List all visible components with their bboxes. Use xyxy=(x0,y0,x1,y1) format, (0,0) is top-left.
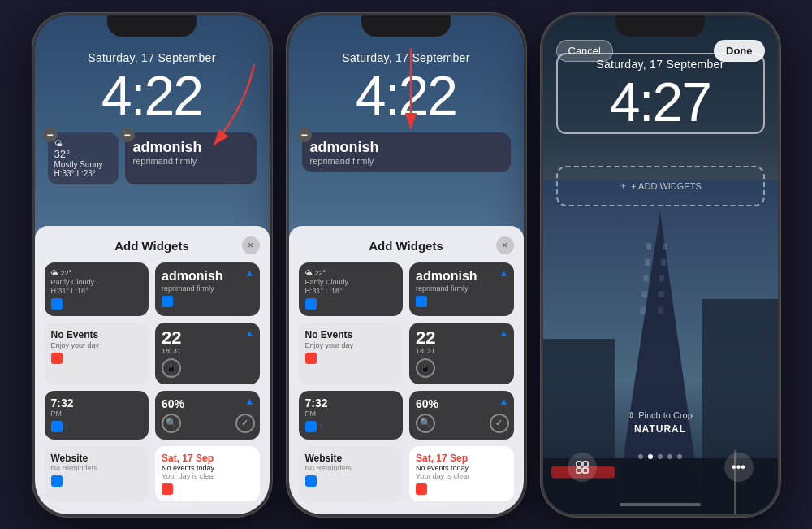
add-widgets-area-3[interactable]: ＋ + ADD WIDGETS xyxy=(556,166,765,206)
panel-time-card-2[interactable]: 7:32 PM ↑ xyxy=(299,391,404,440)
up-arrow-icon-1: ↑ xyxy=(65,422,69,431)
panel-numbers-card-2[interactable]: ▲ 22 18 31 📱 xyxy=(409,323,514,384)
chev-up-pct-2: ▲ xyxy=(499,396,509,407)
panel-title-1: Add Widgets xyxy=(114,239,189,253)
panel-events-card-1[interactable]: No Events Enjoy your day xyxy=(45,323,149,384)
admonish-title-1: admonish xyxy=(133,139,248,156)
gallery-icon-3[interactable] xyxy=(568,453,597,482)
minus-btn-admonish-2[interactable]: − xyxy=(297,128,312,142)
pinch-text-3: Pinch to Crop xyxy=(638,410,693,420)
panel-events-card-2[interactable]: No Events Enjoy your day xyxy=(299,323,404,384)
panel-website-card-1[interactable]: Website No Reminders xyxy=(45,446,149,501)
chev-up-icon-num-1: ▲ xyxy=(245,327,255,339)
lock-date-2: Saturday, 17 September xyxy=(289,51,524,64)
panel-weather-card-1[interactable]: 🌥 22° Partly Cloudy H:31° L:18° xyxy=(45,262,149,316)
widget-grid-2: 🌥 22° Partly Cloudy H:31° L:18° ▲ admoni… xyxy=(299,262,514,501)
bottom-toolbar-3: ••• xyxy=(543,453,778,482)
panel-close-btn-2[interactable]: × xyxy=(496,236,514,254)
cal-date-2: Sat, 17 Sep xyxy=(416,453,508,464)
notch-1 xyxy=(107,15,197,37)
panel-weather-card-2[interactable]: 🌥 22° Partly Cloudy H:31° L:18° xyxy=(299,262,404,316)
minus-btn-weather-1[interactable]: − xyxy=(43,128,58,142)
lock-time-2: 4:22 xyxy=(289,67,524,123)
svg-rect-36 xyxy=(583,462,588,466)
date-time-box-3[interactable]: Saturday, 17 September 4:27 xyxy=(556,53,765,134)
panel-weather-icons-2 xyxy=(305,298,397,310)
panel-pct-card-2[interactable]: ▲ 60% 🔍 ✓ xyxy=(409,391,514,440)
panel-header-2: Add Widgets × xyxy=(299,239,514,253)
done-button-3[interactable]: Done xyxy=(714,40,765,62)
panel-website-card-2[interactable]: Website No Reminders xyxy=(299,446,404,501)
panel-admonish-icons-2 xyxy=(416,296,508,307)
panel-admonish-icons-1 xyxy=(162,296,253,307)
svg-rect-29 xyxy=(658,307,663,314)
pinch-icon-3: ⇕ xyxy=(628,410,635,421)
edit-header-3: Cancel Done xyxy=(543,40,778,62)
weather-icon-small-1: 🌥 xyxy=(51,269,58,277)
more-icon-3[interactable]: ••• xyxy=(724,453,754,482)
svg-rect-20 xyxy=(646,243,651,249)
panel-admonish-card-2[interactable]: ▲ admonish reprimand firmly xyxy=(409,262,514,316)
cal-icon-2 xyxy=(416,483,427,495)
website-icon-1 xyxy=(51,475,63,487)
lock-admonish-widget-1[interactable]: − admonish reprimand firmly xyxy=(125,132,257,184)
svg-rect-26 xyxy=(641,291,647,297)
cal-events-1: No events today xyxy=(162,464,253,472)
panel-pct-card-1[interactable]: ▲ 60% 🔍 ✓ xyxy=(155,391,260,440)
icon-circle-phone-2: 📱 xyxy=(416,358,435,378)
lock-admonish-widget-2[interactable]: − admonish reprimand firmly xyxy=(302,132,511,172)
website-title-1: Website xyxy=(51,453,143,464)
panel-weather-row-2: 🌥 22° xyxy=(305,269,397,277)
panel-events-icons-1 xyxy=(51,353,143,364)
website-icons-1 xyxy=(51,475,143,487)
panel-events-title-2: No Events xyxy=(305,329,397,340)
panel-num-big-1: 22 xyxy=(162,329,253,347)
check-circle-1: ✓ xyxy=(235,414,255,433)
panel-weather-row-1: 🌥 22° xyxy=(51,269,143,277)
phone-1: Saturday, 17 September 4:22 − 🌤 32° Most… xyxy=(32,13,272,517)
chev-up-num-2: ▲ xyxy=(499,327,509,339)
panel-numbers-card-1[interactable]: ▲ 22 18 31 📱 xyxy=(155,323,260,384)
panel-calendar-card-2[interactable]: Sat, 17 Sep No events today Your day is … xyxy=(409,446,514,501)
panel-calendar-card-1[interactable]: Sat, 17 Sep No events today Your day is … xyxy=(155,446,260,501)
weather-temp-1: 32° xyxy=(54,148,112,160)
search-circle-2: 🔍 xyxy=(416,414,435,433)
home-indicator-3 xyxy=(620,503,701,506)
weather-icon-small-2: 🌥 xyxy=(305,269,313,277)
admonish-sub-1: reprimand firmly xyxy=(133,156,248,166)
svg-rect-28 xyxy=(640,307,646,314)
lock-weather-widget-1[interactable]: − 🌤 32° Mostly Sunny H:33° L:23° xyxy=(48,132,119,184)
lock-time-1: 4:22 xyxy=(35,67,270,123)
lock-widgets-2: − admonish reprimand firmly xyxy=(302,132,511,172)
natural-label-3: NATURAL xyxy=(543,423,778,435)
time-widget-inner-1: 7:32 PM xyxy=(51,397,74,418)
svg-rect-22 xyxy=(645,259,650,266)
time-label-1: 7:32 xyxy=(51,397,74,410)
panel-temp-2: 22° xyxy=(315,269,326,277)
panel-time-card-1[interactable]: 7:32 PM ↑ xyxy=(45,391,149,440)
plus-icon-3: ＋ xyxy=(619,180,628,192)
notch-3 xyxy=(615,15,705,37)
time-widget-row-1: 7:32 PM xyxy=(51,397,143,418)
add-widgets-panel-1: Add Widgets × 🌥 22° Partly Cloudy H:31° … xyxy=(35,226,270,514)
panel-admonish-title-2: admonish xyxy=(416,269,508,284)
panel-admonish-sub-1: reprimand firmly xyxy=(162,284,253,293)
panel-close-btn-1[interactable]: × xyxy=(242,236,260,254)
svg-rect-23 xyxy=(660,259,665,266)
up-arrow-icon-2: ↑ xyxy=(319,422,323,431)
add-widgets-panel-2: Add Widgets × 🌥 22° Partly Cloudy H:31° … xyxy=(289,226,524,514)
cancel-button-3[interactable]: Cancel xyxy=(556,40,613,62)
app-icon-cal-1 xyxy=(51,353,63,364)
lockscreen-content-1: Saturday, 17 September 4:22 − 🌤 32° Most… xyxy=(35,15,270,514)
panel-num-row-2: 18 31 xyxy=(416,347,508,355)
minus-btn-admonish-1[interactable]: − xyxy=(120,128,135,142)
time-label-2: 7:32 xyxy=(305,397,397,410)
cal-date-1: Sat, 17 Sep xyxy=(162,453,253,464)
panel-admonish-card-1[interactable]: ▲ admonish reprimand firmly xyxy=(155,262,260,316)
svg-rect-27 xyxy=(659,291,664,297)
pinch-crop-label-3: ⇕ Pinch to Crop xyxy=(543,410,778,421)
notch-2 xyxy=(361,15,451,37)
weather-info-1: 🌤 32° Mostly Sunny H:33° L:23° xyxy=(54,139,112,178)
app-icon-adm-1 xyxy=(162,296,173,307)
num-31-1: 31 xyxy=(173,347,181,355)
